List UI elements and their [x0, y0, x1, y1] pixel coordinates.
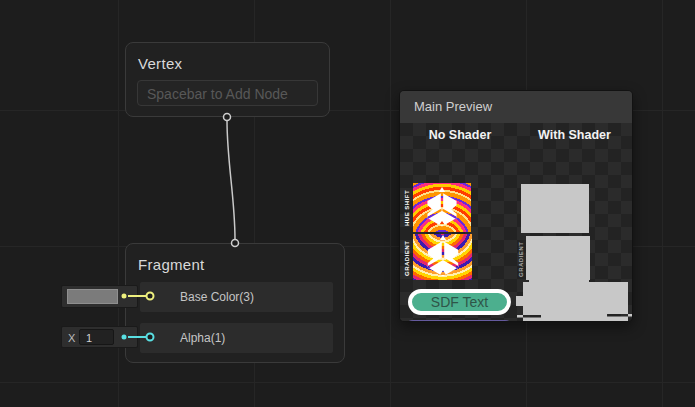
column-header-no-shader: No Shader — [410, 128, 510, 142]
add-node-hint[interactable]: Spacebar to Add Node — [137, 80, 318, 106]
bitmap-text-preview: Bitmap Text — [404, 320, 514, 322]
base-color-value-widget[interactable] — [61, 285, 138, 308]
color-swatch[interactable] — [67, 289, 118, 304]
main-preview-title[interactable]: Main Preview — [400, 91, 632, 123]
vertex-node-title: Vertex — [138, 55, 182, 72]
vertex-fragment-edge[interactable] — [227, 121, 235, 240]
unity-logo-icon — [419, 185, 465, 231]
alpha-input-row[interactable]: Alpha(1) — [140, 323, 333, 353]
shader-render-text-blobs — [501, 278, 633, 322]
vertex-master-node[interactable]: Vertex Spacebar to Add Node — [125, 42, 330, 117]
alpha-label: Alpha(1) — [180, 331, 225, 345]
main-preview-body: No Shader With Shader HUE SHIFT GRADIENT… — [400, 123, 632, 322]
x-component-label: X — [68, 327, 75, 347]
preview-texture-gradient — [413, 234, 472, 280]
sdf-text-preview: SDF Text — [408, 289, 511, 315]
unity-logo-icon — [419, 234, 467, 280]
main-preview-panel[interactable]: Main Preview No Shader With Shader HUE S… — [399, 90, 633, 322]
gradient-vertical-label: GRADIENT — [404, 236, 410, 280]
gradient-vertical-label-rendered: GRADIENT — [518, 238, 524, 280]
alpha-value-field[interactable]: 1 — [79, 329, 114, 345]
shader-render-hue-shift — [521, 184, 589, 233]
fragment-node-title: Fragment — [138, 256, 205, 273]
hue-shift-vertical-label: HUE SHIFT — [404, 185, 410, 231]
shader-render-gradient — [526, 236, 590, 280]
alpha-value-widget[interactable]: X 1 — [61, 326, 138, 348]
column-header-with-shader: With Shader — [522, 128, 627, 142]
fragment-master-node[interactable]: Fragment Base Color(3) Alpha(1) — [125, 243, 345, 363]
base-color-input-row[interactable]: Base Color(3) — [140, 282, 333, 312]
preview-texture-hue-shift — [413, 183, 471, 232]
base-color-label: Base Color(3) — [180, 290, 254, 304]
